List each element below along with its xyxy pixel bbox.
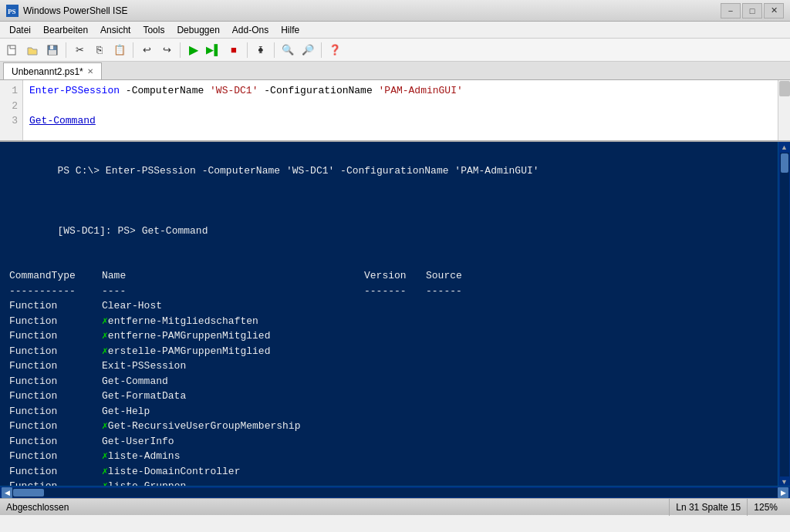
script-line-1: Enter-PSSession -ComputerName 'WS-DC1' -…: [29, 83, 771, 99]
table-row: Function✗liste-Gruppen: [9, 479, 759, 486]
menu-bar: Datei Bearbeiten Ansicht Tools Debuggen …: [0, 22, 790, 39]
cut-button[interactable]: ✂: [70, 41, 89, 59]
console-blank-2: [9, 254, 759, 269]
toolbar-separator-2: [133, 42, 133, 58]
col-source-dashes: ------: [426, 284, 462, 299]
toolbar-separator-5: [274, 42, 275, 58]
tab-close-button[interactable]: ✕: [87, 67, 93, 76]
console-get-command: [WS-DC1]: PS> Get-Command: [9, 208, 759, 254]
stop-button[interactable]: ■: [225, 41, 243, 59]
scroll-right-arrow[interactable]: ▶: [778, 487, 788, 498]
col-commandtype-header: CommandType: [9, 268, 102, 284]
tab-bar: Unbenannt2.ps1* ✕: [0, 62, 790, 80]
col-commandtype-dashes: -----------: [9, 284, 102, 299]
menu-debuggen[interactable]: Debuggen: [170, 23, 225, 37]
col-name-header: Name: [102, 268, 364, 284]
table-rows: FunctionClear-HostFunction✗entferne-Mitg…: [9, 298, 759, 486]
h-scrollbar-thumb[interactable]: [13, 489, 44, 497]
console-vertical-scrollbar[interactable]: ▲ ▼: [778, 142, 790, 486]
menu-ansicht[interactable]: Ansicht: [94, 23, 137, 37]
svg-rect-6: [50, 45, 53, 49]
console-blank-1: [9, 194, 759, 209]
maximize-button[interactable]: □: [742, 3, 762, 19]
table-row: Function✗Get-RecursiveUserGroupMembershi…: [9, 419, 759, 434]
menu-tools[interactable]: Tools: [137, 23, 170, 37]
scroll-down-arrow[interactable]: ▼: [781, 478, 788, 486]
table-dashes: ----------- ---- ------- ------: [9, 284, 759, 299]
table-row: Function✗entferne-PAMGruppenMitglied: [9, 328, 759, 344]
help-button[interactable]: ❓: [326, 41, 344, 59]
scrollbar-thumb[interactable]: [781, 153, 788, 173]
table-row: FunctionGet-Help: [9, 404, 759, 419]
paste-button[interactable]: 📋: [110, 41, 129, 59]
script-tab[interactable]: Unbenannt2.ps1* ✕: [3, 62, 102, 79]
h-scrollbar-track[interactable]: [12, 488, 778, 497]
scroll-up-arrow[interactable]: ▲: [781, 143, 788, 151]
table-row: Function✗erstelle-PAMGruppenMitglied: [9, 344, 759, 359]
scrollbar-track[interactable]: [780, 153, 789, 476]
status-right: Ln 31 Spalte 15 125%: [669, 499, 784, 516]
redo-button[interactable]: ↪: [157, 41, 176, 59]
run-selection-button[interactable]: ▶▌: [204, 41, 223, 59]
scroll-left-arrow[interactable]: ◀: [2, 487, 12, 498]
svg-rect-2: [8, 45, 15, 55]
col-version-dashes: -------: [364, 284, 426, 299]
line-numbers: 1 2 3: [0, 80, 23, 140]
console-area[interactable]: PS C:\> Enter-PSSession -ComputerName 'W…: [0, 142, 778, 486]
script-editor[interactable]: 1 2 3 Enter-PSSession -ComputerName 'WS-…: [0, 80, 790, 142]
table-row: Function✗entferne-Mitgliedschaften: [9, 314, 759, 329]
console-horizontal-scrollbar[interactable]: ◀ ▶: [0, 486, 790, 498]
col-version-header: Version: [364, 268, 426, 284]
toolbar-separator-3: [180, 42, 181, 58]
tab-label: Unbenannt2.ps1*: [12, 66, 83, 77]
svg-rect-7: [49, 50, 56, 55]
script-line-2: [29, 99, 771, 114]
debug-button[interactable]: ⧳: [252, 41, 270, 59]
save-button[interactable]: [43, 41, 62, 59]
app-icon: PS: [6, 5, 19, 17]
copy-button[interactable]: ⎘: [90, 41, 109, 59]
table-header: CommandType Name Version Source: [9, 268, 759, 284]
svg-text:PS: PS: [8, 8, 16, 15]
cursor-position: Ln 31 Spalte 15: [669, 499, 747, 516]
open-button[interactable]: [23, 41, 42, 59]
minimize-button[interactable]: −: [721, 3, 741, 19]
table-row: Function✗liste-Admins: [9, 449, 759, 464]
table-row: Function✗liste-DomainController: [9, 464, 759, 480]
title-bar: PS Windows PowerShell ISE − □ ✕: [0, 0, 790, 22]
script-line-3: Get-Command: [29, 113, 771, 129]
toolbar-separator-4: [247, 42, 248, 58]
table-row: FunctionClear-Host: [9, 298, 759, 314]
console-command-line: PS C:\> Enter-PSSession -ComputerName 'W…: [9, 148, 759, 194]
table-row: FunctionGet-Command: [9, 374, 759, 389]
table-row: FunctionExit-PSSession: [9, 359, 759, 374]
zoom-out-button[interactable]: 🔍: [279, 41, 297, 59]
toolbar-separator-1: [66, 42, 66, 58]
main-content: Unbenannt2.ps1* ✕ 1 2 3 Enter-PSSession …: [0, 62, 790, 498]
menu-addons[interactable]: Add-Ons: [226, 23, 275, 37]
table-row: FunctionGet-FormatData: [9, 389, 759, 404]
zoom-in-button[interactable]: 🔎: [299, 41, 317, 59]
script-vertical-scrollbar[interactable]: [778, 80, 790, 140]
menu-bearbeiten[interactable]: Bearbeiten: [37, 23, 94, 37]
undo-button[interactable]: ↩: [137, 41, 156, 59]
window-title: Windows PowerShell ISE: [23, 5, 721, 16]
script-content[interactable]: Enter-PSSession -ComputerName 'WS-DC1' -…: [23, 80, 778, 140]
status-text: Abgeschlossen: [6, 502, 669, 513]
zoom-level: 125%: [747, 499, 784, 516]
toolbar: ✂ ⎘ 📋 ↩ ↪ ▶ ▶▌ ■ ⧳ 🔍 🔎 ❓: [0, 39, 790, 62]
run-button[interactable]: ▶: [184, 41, 203, 59]
console-container: PS C:\> Enter-PSSession -ComputerName 'W…: [0, 142, 790, 486]
new-button[interactable]: [3, 41, 22, 59]
menu-hilfe[interactable]: Hilfe: [275, 23, 306, 37]
col-name-dashes: ----: [102, 284, 364, 299]
col-source-header: Source: [426, 268, 462, 284]
toolbar-separator-6: [321, 42, 322, 58]
window-controls: − □ ✕: [721, 3, 784, 19]
table-row: FunctionGet-UserInfo: [9, 434, 759, 450]
menu-datei[interactable]: Datei: [3, 23, 37, 37]
close-button[interactable]: ✕: [764, 3, 784, 19]
status-bar: Abgeschlossen Ln 31 Spalte 15 125%: [0, 498, 790, 515]
